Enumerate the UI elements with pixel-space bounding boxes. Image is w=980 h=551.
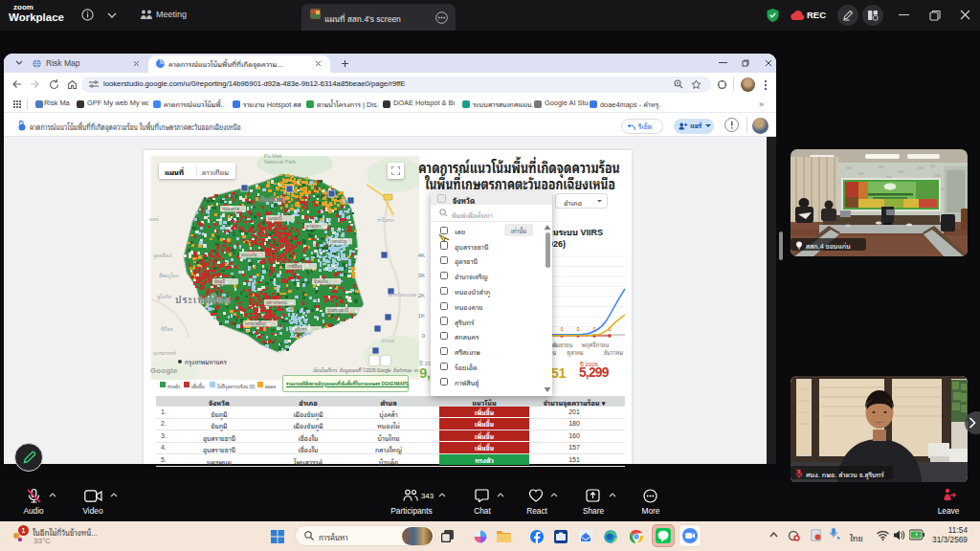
svg-text:ชัยภูมิ: ชัยภูมิ: [214, 278, 225, 285]
svg-text:อุดรธานี: อุดรธานี: [268, 215, 282, 222]
svg-text:หนองคาย: หนองคาย: [222, 207, 239, 211]
svg-text:ขอนแก่น: ขอนแก่น: [241, 252, 257, 257]
svg-text:มหาสารคาม: มหาสารคาม: [266, 300, 287, 305]
svg-text:สุรินทร์: สุรินทร์: [295, 326, 307, 333]
svg-text:นครราชสีมา: นครราชสีมา: [245, 320, 266, 326]
svg-text:ร้อยเอ็ด: ร้อยเอ็ด: [314, 278, 328, 284]
svg-text:อุบลราชธานี: อุบลราชธานี: [327, 307, 348, 314]
svg-text:นครพนม: นครพนม: [331, 239, 347, 244]
svg-text:สกลนคร: สกลนคร: [306, 224, 322, 229]
svg-text:0: 0: [560, 326, 563, 332]
svg-text:0: 0: [576, 326, 579, 332]
svg-text:กาฬสินธุ์: กาฬสินธุ์: [287, 263, 302, 270]
